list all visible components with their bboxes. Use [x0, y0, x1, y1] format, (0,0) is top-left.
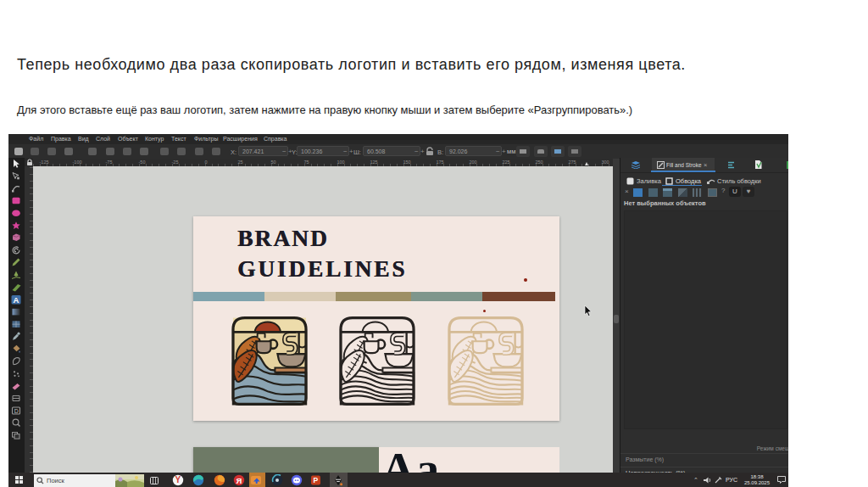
svg-text:P: P [314, 476, 319, 484]
svg-text:Я: Я [236, 476, 242, 485]
svg-text:A: A [13, 295, 19, 305]
svg-text:Y: Y [175, 475, 181, 484]
svg-text:D: D [14, 408, 19, 414]
